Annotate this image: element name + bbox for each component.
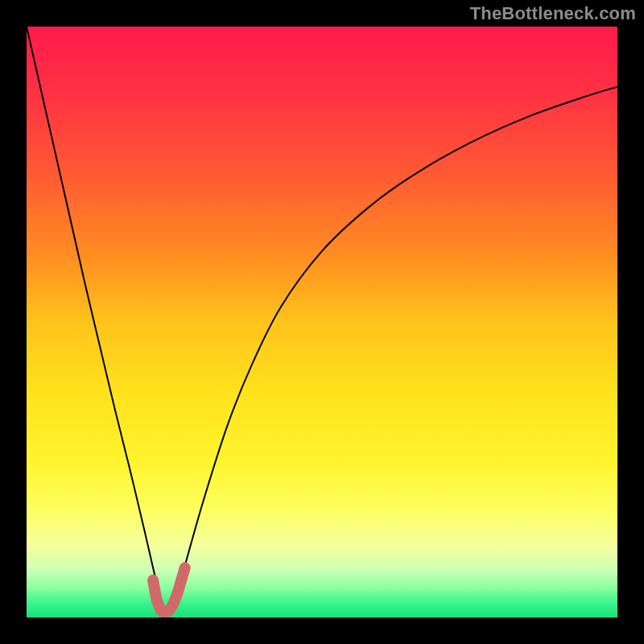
plot-area <box>27 27 617 617</box>
gradient-background <box>27 27 617 617</box>
chart-frame: TheBottleneck.com <box>0 0 644 644</box>
watermark-text: TheBottleneck.com <box>470 3 636 24</box>
chart-svg <box>27 27 617 617</box>
